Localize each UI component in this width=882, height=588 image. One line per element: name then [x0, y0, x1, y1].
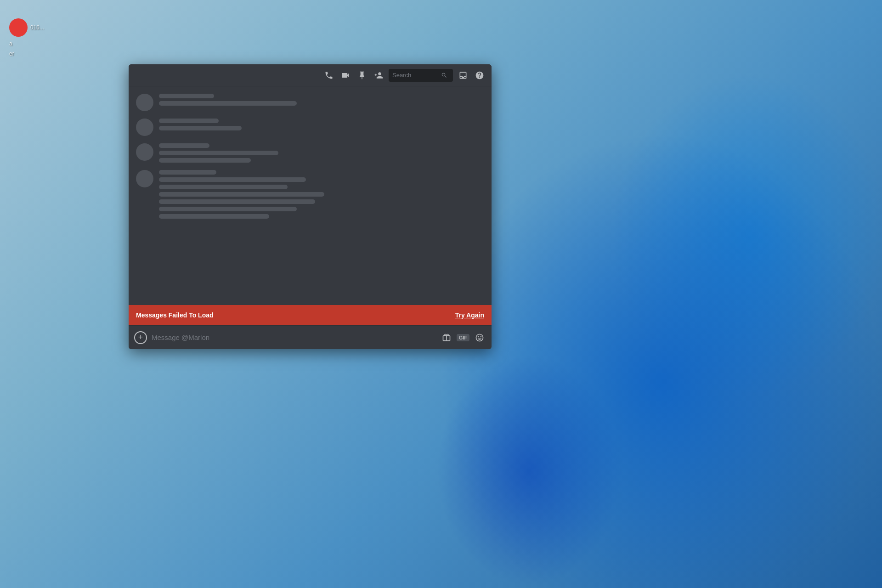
skeleton-bar	[159, 101, 297, 106]
message-input-area: + GIF	[129, 325, 492, 349]
skeleton-bar	[159, 119, 219, 123]
discord-window: Messages Failed To Load Try Again + GIF	[129, 64, 492, 349]
skeleton-bar	[159, 170, 216, 175]
skeleton-bar	[159, 143, 209, 148]
add-attachment-button[interactable]: +	[134, 331, 147, 344]
skeleton-bar	[159, 158, 251, 163]
error-message-text: Messages Failed To Load	[136, 311, 214, 319]
video-icon-button[interactable]	[339, 69, 352, 82]
plus-icon: +	[138, 333, 143, 342]
desktop-label-3: er	[9, 51, 44, 57]
gif-button[interactable]: GIF	[457, 334, 469, 341]
gift-icon	[442, 333, 451, 342]
pin-icon-button[interactable]	[356, 69, 368, 82]
avatar-skeleton-1	[136, 94, 153, 111]
message-content-3	[159, 143, 484, 163]
message-skeleton-4	[136, 170, 484, 219]
message-skeleton-3	[136, 143, 484, 163]
search-magnifier-icon	[441, 72, 447, 79]
desktop-icons-area: 016... a er	[9, 18, 44, 57]
messages-area	[129, 86, 492, 305]
window-toolbar	[129, 64, 492, 86]
desktop-label-1: 016...	[30, 24, 44, 31]
gift-icon-button[interactable]	[440, 331, 453, 344]
skeleton-bar	[159, 192, 324, 197]
avatar-skeleton-2	[136, 119, 153, 136]
inbox-icon-button[interactable]	[457, 69, 469, 82]
phone-icon	[324, 71, 334, 80]
add-member-icon	[374, 71, 383, 80]
skeleton-bar	[159, 199, 315, 204]
message-content-1	[159, 94, 484, 106]
desktop-icon	[9, 18, 28, 37]
skeleton-bar	[159, 185, 288, 189]
error-banner: Messages Failed To Load Try Again	[129, 305, 492, 325]
search-bar[interactable]	[389, 69, 453, 82]
message-content-2	[159, 119, 484, 130]
avatar-skeleton-4	[136, 170, 153, 187]
video-icon	[341, 71, 350, 80]
try-again-button[interactable]: Try Again	[455, 311, 484, 319]
inbox-icon	[458, 71, 468, 80]
input-icons-group: GIF	[440, 331, 486, 344]
pin-icon	[357, 71, 367, 80]
search-input[interactable]	[392, 72, 438, 79]
add-member-icon-button[interactable]	[372, 69, 385, 82]
message-text-input[interactable]	[152, 334, 435, 341]
emoji-icon	[475, 333, 484, 342]
message-skeleton-1	[136, 94, 484, 111]
call-icon-button[interactable]	[322, 69, 335, 82]
emoji-icon-button[interactable]	[473, 331, 486, 344]
skeleton-bar	[159, 177, 306, 182]
skeleton-bar	[159, 94, 214, 98]
message-skeleton-2	[136, 119, 484, 136]
skeleton-bar	[159, 126, 242, 130]
skeleton-bar	[159, 207, 297, 211]
skeleton-bar	[159, 151, 278, 155]
message-content-4	[159, 170, 484, 219]
skeleton-bar	[159, 214, 269, 219]
avatar-skeleton-3	[136, 143, 153, 161]
desktop-label-2: a	[9, 40, 44, 47]
help-icon	[475, 71, 484, 80]
help-icon-button[interactable]	[473, 69, 486, 82]
